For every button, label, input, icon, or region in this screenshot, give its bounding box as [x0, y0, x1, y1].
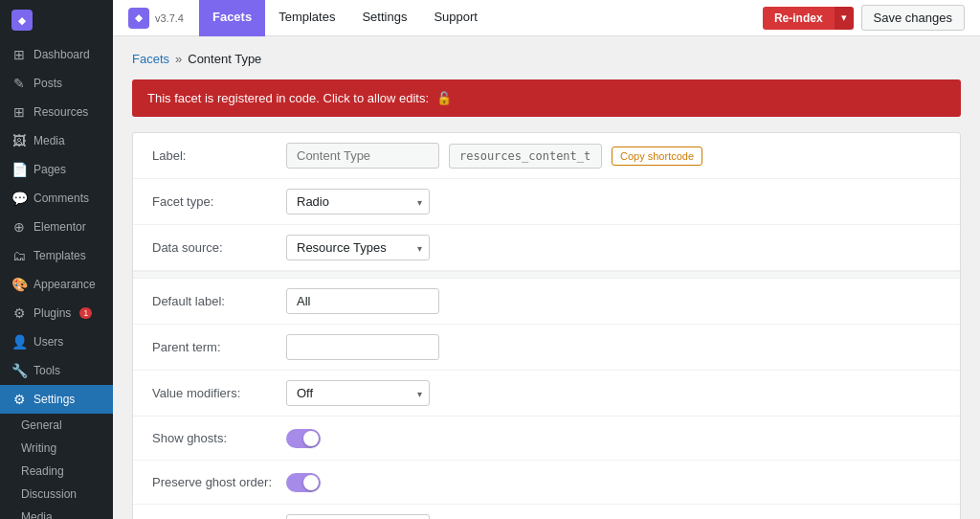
value-modifiers-select[interactable]: Off On: [286, 380, 430, 406]
form-row-data-source: Data source: Resource Types Post Type Ta…: [133, 225, 960, 271]
sidebar-item-comments[interactable]: 💬 Comments: [0, 184, 113, 213]
users-icon: 👤: [11, 334, 27, 350]
form-row-label: Label: Copy shortcode: [133, 133, 960, 179]
copy-shortcode-button[interactable]: Copy shortcode: [612, 147, 702, 166]
sidebar-item-elementor[interactable]: ⊕ Elementor: [0, 213, 113, 241]
label-field-label: Label:: [152, 148, 286, 163]
sidebar-item-label: Comments: [33, 192, 89, 205]
sidebar-item-label: Elementor: [33, 220, 86, 234]
show-ghosts-thumb: [303, 431, 319, 446]
page-content: Facets » Content Type This facet is regi…: [113, 36, 980, 519]
sidebar-item-tools[interactable]: 🔧 Tools: [0, 356, 113, 385]
topbar-nav-templates[interactable]: Templates: [265, 0, 348, 36]
topbar-nav-settings[interactable]: Settings: [348, 0, 420, 36]
plugins-badge: 1: [79, 307, 92, 319]
default-label-input[interactable]: [286, 288, 439, 314]
sidebar-item-label: Resources: [33, 105, 88, 119]
show-ghosts-label: Show ghosts:: [152, 431, 286, 445]
value-modifiers-control: Off On ▾: [286, 380, 941, 406]
shortcode-input: [449, 144, 602, 169]
sidebar-item-settings[interactable]: ⚙ Settings: [0, 385, 113, 414]
parent-term-label: Parent term:: [152, 340, 286, 354]
appearance-icon: 🎨: [11, 277, 27, 292]
sort-by-select[interactable]: Term Order Count Display Value Raw Value: [286, 514, 430, 519]
sidebar-item-label: Pages: [33, 163, 66, 176]
alert-icon: 🔓: [436, 91, 452, 105]
facet-type-select[interactable]: Radio Checkboxes Dropdown: [286, 189, 430, 214]
preserve-ghost-order-label: Preserve ghost order:: [152, 475, 286, 489]
topbar-logo: ◆ v3.7.4: [128, 8, 184, 29]
topbar-nav: Facets Templates Settings Support: [199, 0, 763, 36]
show-ghosts-control: [286, 429, 941, 448]
breadcrumb-separator: »: [175, 52, 182, 66]
sidebar-item-resources[interactable]: ⊞ Resources: [0, 98, 113, 126]
sidebar-item-templates[interactable]: 🗂 Templates: [0, 241, 113, 270]
sidebar-item-label: Templates: [33, 249, 86, 262]
sidebar-item-plugins[interactable]: ⚙ Plugins 1: [0, 299, 113, 327]
data-source-label: Data source:: [152, 240, 286, 255]
submenu-item-reading[interactable]: Reading: [0, 460, 113, 483]
alert-text: This facet is registered in code. Click …: [147, 91, 429, 105]
sidebar-item-label: Tools: [33, 364, 60, 377]
form-row-show-ghosts: Show ghosts:: [133, 417, 960, 461]
sort-by-select-wrapper: Term Order Count Display Value Raw Value…: [286, 514, 430, 519]
label-input[interactable]: [286, 143, 439, 169]
sidebar-item-label: Posts: [33, 77, 62, 90]
topbar-version: v3.7.4: [155, 12, 184, 24]
sidebar-logo: ◆: [0, 0, 113, 40]
topbar-nav-support[interactable]: Support: [420, 0, 491, 36]
form-row-parent-term: Parent term:: [133, 325, 960, 371]
settings-icon: ⚙: [11, 392, 27, 407]
facet-type-control: Radio Checkboxes Dropdown ▾: [286, 189, 941, 214]
comments-icon: 💬: [11, 191, 27, 206]
data-source-select[interactable]: Resource Types Post Type Taxonomy: [286, 235, 430, 260]
sidebar-item-label: Dashboard: [33, 48, 90, 61]
sidebar-item-appearance[interactable]: 🎨 Appearance: [0, 270, 113, 299]
breadcrumb-current: Content Type: [188, 52, 261, 66]
main-content: ◆ v3.7.4 Facets Templates Settings Suppo…: [113, 0, 980, 519]
submenu-item-general[interactable]: General: [0, 414, 113, 437]
sort-by-control: Term Order Count Display Value Raw Value…: [286, 514, 941, 519]
submenu-item-discussion[interactable]: Discussion: [0, 483, 113, 506]
sidebar-item-label: Media: [33, 134, 65, 147]
default-label-control: [286, 288, 941, 314]
sidebar-item-label: Users: [33, 335, 63, 349]
sidebar-item-posts[interactable]: ✎ Posts: [0, 69, 113, 98]
form-row-facet-type: Facet type: Radio Checkboxes Dropdown ▾: [133, 179, 960, 225]
submenu-item-media[interactable]: Media: [0, 506, 113, 519]
form-row-sort-by: Sort by: Term Order Count Display Value …: [133, 505, 960, 519]
facet-type-label: Facet type:: [152, 194, 286, 209]
sidebar-item-pages[interactable]: 📄 Pages: [0, 155, 113, 184]
form-row-preserve-ghost-order: Preserve ghost order:: [133, 461, 960, 505]
reindex-arrow-button[interactable]: ▾: [835, 7, 854, 30]
sidebar-item-media[interactable]: 🖼 Media: [0, 126, 113, 155]
pages-icon: 📄: [11, 162, 27, 177]
reindex-button[interactable]: Re-index: [763, 7, 835, 30]
sidebar-item-users[interactable]: 👤 Users: [0, 327, 113, 356]
sidebar-item-dashboard[interactable]: ⊞ Dashboard: [0, 40, 113, 69]
posts-icon: ✎: [11, 76, 27, 91]
preserve-ghost-order-toggle[interactable]: [286, 473, 321, 492]
media-icon: 🖼: [11, 133, 27, 148]
form-row-default-label: Default label:: [133, 279, 960, 325]
label-control-area: Copy shortcode: [286, 143, 941, 169]
sidebar-item-label: Plugins: [33, 306, 71, 320]
show-ghosts-toggle[interactable]: [286, 429, 321, 448]
reindex-button-group: Re-index ▾: [763, 7, 854, 30]
value-modifiers-label: Value modifiers:: [152, 386, 286, 400]
sidebar-item-label: Settings: [33, 393, 75, 406]
sidebar: ◆ ⊞ Dashboard ✎ Posts ⊞ Resources 🖼 Medi…: [0, 0, 113, 519]
save-changes-button[interactable]: Save changes: [861, 5, 965, 31]
submenu-item-writing[interactable]: Writing: [0, 437, 113, 460]
topbar-actions: Re-index ▾ Save changes: [763, 5, 965, 31]
preserve-ghost-order-control: [286, 473, 941, 492]
plugins-icon: ⚙: [11, 305, 27, 321]
breadcrumb: Facets » Content Type: [132, 52, 961, 66]
parent-term-input[interactable]: [286, 334, 439, 360]
topbar: ◆ v3.7.4 Facets Templates Settings Suppo…: [113, 0, 980, 36]
default-label-label: Default label:: [152, 294, 286, 308]
breadcrumb-link[interactable]: Facets: [132, 52, 169, 66]
alert-banner[interactable]: This facet is registered in code. Click …: [132, 79, 961, 117]
topbar-nav-facets[interactable]: Facets: [199, 0, 265, 36]
facet-type-select-wrapper: Radio Checkboxes Dropdown ▾: [286, 189, 430, 214]
